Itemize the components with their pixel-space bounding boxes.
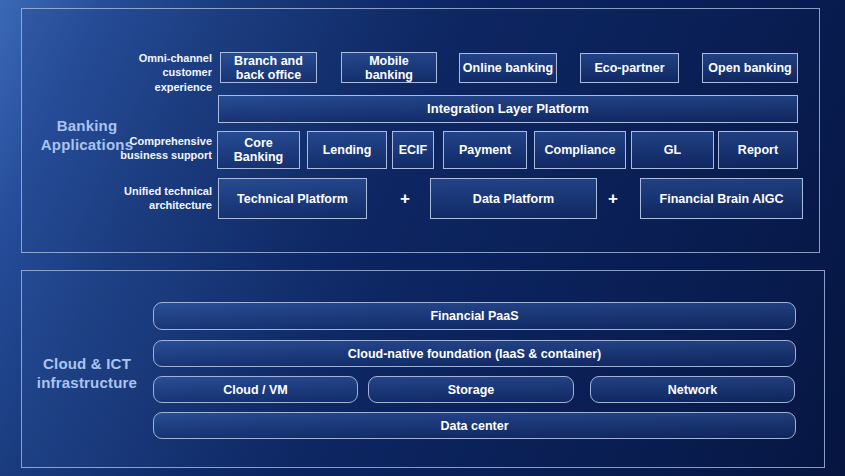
bar-data-center: Data center	[153, 412, 796, 439]
box-online-banking: Online banking	[459, 53, 557, 83]
architecture-diagram: Banking Applications Omni-channel custom…	[0, 0, 845, 476]
box-financial-brain-aigc: Financial Brain AIGC	[640, 178, 803, 219]
box-open-banking: Open banking	[702, 53, 798, 83]
box-data-platform: Data Platform	[430, 178, 597, 219]
box-lending: Lending	[307, 131, 387, 169]
bar-storage: Storage	[368, 376, 574, 403]
plus-separator: +	[604, 186, 622, 212]
box-branch-back-office: Branch and back office	[220, 52, 317, 83]
box-integration-layer-platform: Integration Layer Platform	[218, 95, 798, 123]
bar-network: Network	[590, 376, 795, 403]
box-mobile-banking: Mobile banking	[341, 52, 437, 83]
bar-cloud-vm: Cloud / VM	[153, 376, 358, 403]
row-label-unified-architecture: Unified technical architecture	[90, 184, 212, 213]
box-eco-partner: Eco-partner	[580, 53, 679, 83]
box-compliance: Compliance	[534, 131, 626, 169]
box-payment: Payment	[443, 131, 527, 169]
box-ecif: ECIF	[392, 131, 434, 169]
plus-separator: +	[396, 186, 414, 212]
box-report: Report	[718, 131, 798, 169]
box-gl: GL	[631, 131, 714, 169]
box-core-banking: Core Banking	[217, 131, 300, 169]
bar-cloud-native-foundation: Cloud-native foundation (IaaS & containe…	[153, 340, 796, 367]
cloud-ict-label: Cloud & ICT infrastructure	[28, 354, 146, 392]
box-technical-platform: Technical Platform	[218, 178, 367, 219]
row-label-business-support: Comprehensive business support	[90, 134, 212, 163]
row-label-omni-channel: Omni-channel customer experience	[90, 51, 212, 94]
bar-financial-paas: Financial PaaS	[153, 302, 796, 330]
